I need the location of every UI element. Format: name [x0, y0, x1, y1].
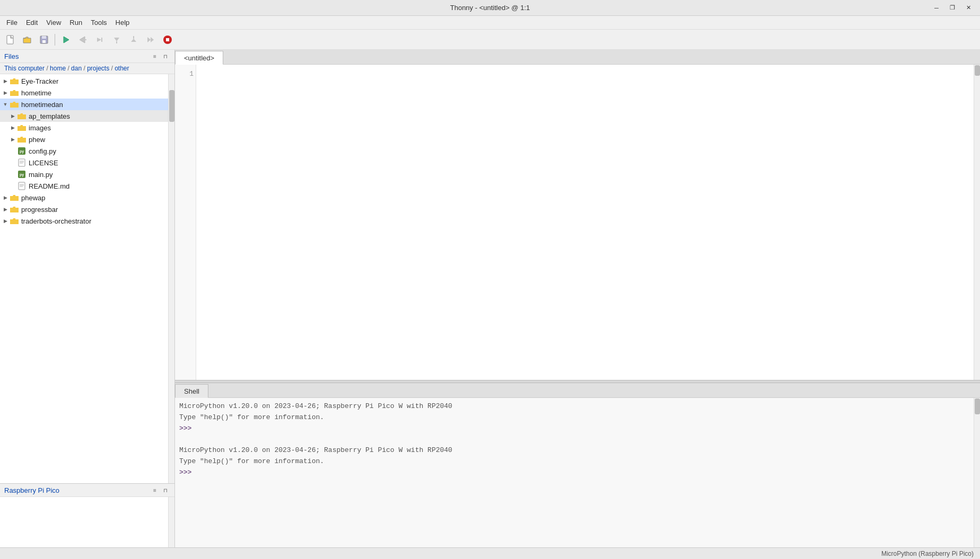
file-icon-readme-md	[17, 182, 27, 190]
editor-area: <untitled> 1	[175, 50, 980, 380]
tree-label-phew: phew	[29, 136, 45, 144]
minimize-button[interactable]: ─	[929, 2, 944, 14]
toolbar-sep-1	[55, 34, 55, 46]
main-content: Files ≡ ⊓ This computer / home / dan / p…	[0, 50, 980, 547]
menu-edit[interactable]: Edit	[22, 17, 42, 28]
tree-label-traderbots: traderbots-orchestrator	[21, 217, 91, 225]
menu-run[interactable]: Run	[65, 17, 86, 28]
menu-bar: File Edit View Run Tools Help	[0, 16, 980, 30]
breadcrumb-other[interactable]: other	[115, 65, 129, 72]
restore-button[interactable]: ❐	[945, 2, 960, 14]
tree-item-readme-md[interactable]: README.md	[0, 180, 168, 192]
tree-item-phew[interactable]: phew	[0, 134, 168, 145]
run-icon	[60, 34, 71, 45]
folder-icon-phew	[17, 135, 27, 144]
panel-menu-button[interactable]: ≡	[150, 52, 160, 60]
shell-scrollbar[interactable]	[974, 398, 980, 547]
tree-item-license[interactable]: LICENSE	[0, 157, 168, 168]
folder-icon-ap-templates	[17, 112, 27, 120]
new-icon	[5, 34, 15, 45]
tree-item-traderbots[interactable]: traderbots-orchestrator	[0, 215, 168, 227]
tree-label-hometime: hometime	[21, 89, 51, 97]
tree-item-ap-templates[interactable]: ap_templates	[0, 110, 168, 122]
this-computer-link[interactable]: This computer	[4, 65, 45, 72]
shell-line-3: >>>	[179, 423, 969, 434]
save-icon	[39, 34, 49, 45]
menu-view[interactable]: View	[42, 17, 65, 28]
breadcrumb-dan[interactable]: dan	[71, 65, 82, 72]
tree-label-license: LICENSE	[29, 159, 58, 167]
shell-line-5: MicroPython v1.20.0 on 2023-04-26; Raspb…	[179, 445, 969, 456]
shell-line-1: MicroPython v1.20.0 on 2023-04-26; Raspb…	[179, 401, 969, 412]
run-button[interactable]	[58, 32, 74, 47]
svg-marker-14	[151, 37, 154, 42]
step-out-button[interactable]	[126, 32, 142, 47]
tree-item-progressbar[interactable]: progressbar	[0, 203, 168, 215]
shell-tabs: Shell	[175, 383, 980, 398]
new-button[interactable]	[2, 32, 18, 47]
shell-tab[interactable]: Shell	[175, 384, 208, 398]
folder-icon-eye-tracker	[10, 77, 19, 85]
tree-item-hometime[interactable]: hometime	[0, 87, 168, 99]
step-over-button[interactable]	[92, 32, 108, 47]
tree-label-ap-templates: ap_templates	[29, 112, 70, 120]
editor-text[interactable]	[196, 65, 974, 380]
tree-item-eye-tracker[interactable]: Eye-Tracker	[0, 75, 168, 87]
files-scrollbar[interactable]	[168, 74, 174, 483]
shell-tab-label: Shell	[184, 387, 199, 395]
svg-text:py: py	[20, 173, 24, 177]
editor-content: 1	[175, 65, 980, 380]
rpi-panel-title: Raspberry Pi Pico	[4, 486, 59, 494]
rpi-header: Raspberry Pi Pico ≡ ⊓	[0, 484, 174, 497]
tree-arrow-traderbots	[2, 218, 8, 224]
tree-label-images: images	[29, 124, 51, 132]
rpi-menu-button[interactable]: ≡	[150, 486, 160, 494]
stop-button[interactable]	[160, 32, 176, 47]
shell-text[interactable]: MicroPython v1.20.0 on 2023-04-26; Raspb…	[175, 398, 974, 547]
title-bar: Thonny - <untitled> @ 1:1 ─ ❐ ✕	[0, 0, 980, 16]
shell-output-1: MicroPython v1.20.0 on 2023-04-26; Raspb…	[179, 402, 452, 410]
shell-output-4: Type "help()" for more information.	[179, 457, 324, 465]
editor-scrollbar[interactable]	[974, 65, 980, 380]
panel-close-button[interactable]: ⊓	[161, 52, 170, 60]
breadcrumb-projects[interactable]: projects	[87, 65, 109, 72]
file-icon-main-py: py	[17, 170, 27, 179]
tree-item-hometimedan[interactable]: hometimedan	[0, 99, 168, 110]
tree-item-phewap[interactable]: phewap	[0, 192, 168, 203]
editor-tab-untitled[interactable]: <untitled>	[175, 51, 223, 65]
rpi-panel-controls: ≡ ⊓	[150, 486, 170, 494]
step-into-button[interactable]	[109, 32, 125, 47]
svg-rect-16	[166, 38, 169, 41]
svg-marker-4	[64, 37, 69, 43]
svg-rect-19	[19, 159, 25, 166]
menu-file[interactable]: File	[2, 17, 22, 28]
folder-icon-hometimedan	[10, 100, 19, 109]
tree-label-main-py: main.py	[29, 171, 53, 179]
files-breadcrumb: This computer / home / dan / projects / …	[0, 63, 174, 74]
tree-arrow-hometime	[2, 90, 8, 96]
folder-icon-phewap	[10, 193, 19, 202]
tree-item-config-py[interactable]: py config.py	[0, 145, 168, 157]
menu-tools[interactable]: Tools	[86, 17, 111, 28]
tree-label-progressbar: progressbar	[21, 206, 58, 214]
tree-item-images[interactable]: images	[0, 122, 168, 134]
files-panel-title: Files	[4, 52, 19, 60]
debug-button[interactable]	[75, 32, 91, 47]
folder-icon-hometime	[10, 88, 19, 97]
resume-button[interactable]	[143, 32, 159, 47]
rpi-close-button[interactable]: ⊓	[161, 486, 170, 494]
tree-arrow-images	[10, 125, 16, 131]
menu-help[interactable]: Help	[111, 17, 134, 28]
tree-label-readme-md: README.md	[29, 182, 69, 190]
tree-item-main-py[interactable]: py main.py	[0, 168, 168, 180]
window-title: Thonny - <untitled> @ 1:1	[450, 4, 530, 12]
tree-arrow-progressbar	[2, 206, 8, 212]
close-button[interactable]: ✕	[961, 2, 976, 14]
breadcrumb-home[interactable]: home	[50, 65, 66, 72]
rpi-scrollbar[interactable]	[168, 497, 174, 547]
svg-marker-7	[97, 38, 101, 42]
toolbar	[0, 30, 980, 50]
save-button[interactable]	[36, 32, 52, 47]
open-button[interactable]	[19, 32, 35, 47]
files-tree: Eye-Tracker hometime	[0, 74, 168, 483]
